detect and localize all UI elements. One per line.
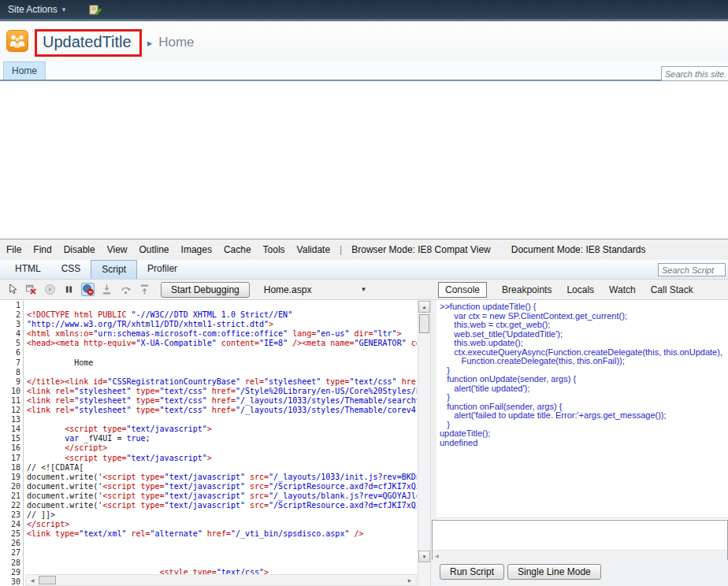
line-number: 29 — [0, 568, 20, 577]
menu-cache[interactable]: Cache — [224, 244, 251, 255]
code-line[interactable]: // <![CDATA[ — [27, 463, 417, 473]
code-lines: <!DOCTYPE html PUBLIC "-//W3C//DTD XHTML… — [27, 301, 417, 586]
breadcrumb-home[interactable]: Home — [158, 35, 194, 50]
code-line[interactable]: </script> — [27, 520, 417, 529]
site-actions-button[interactable]: Site Actions ▾ — [0, 0, 73, 19]
stop-debugging-icon[interactable] — [24, 283, 38, 296]
line-number: 23 — [0, 510, 20, 520]
line-number: 12 — [0, 406, 20, 415]
code-line[interactable]: document.write('<script type="text/javas… — [27, 482, 417, 491]
code-line[interactable] — [27, 368, 417, 377]
code-line[interactable] — [27, 301, 417, 310]
single-line-mode-button[interactable]: Single Line Mode — [507, 564, 601, 580]
code-line[interactable]: <head><meta http-equiv="X-UA-Compatible"… — [27, 339, 417, 348]
code-line[interactable] — [27, 539, 417, 548]
code-gutter: 1234567891011121314151617181920212223242… — [0, 301, 24, 586]
scroll-right-icon[interactable]: ▶ — [404, 575, 415, 585]
browser-mode-label[interactable]: Browser Mode: IE8 Compat View — [351, 244, 491, 255]
scrollbar-thumb[interactable] — [39, 576, 56, 584]
scroll-up-icon[interactable]: ▲ — [418, 301, 430, 313]
console-input[interactable] — [433, 521, 727, 550]
menu-images[interactable]: Images — [181, 244, 212, 255]
code-line[interactable]: <link rel="stylesheet" type="text/css" h… — [27, 396, 417, 406]
code-line[interactable]: <script type="text/javascript"> — [27, 454, 417, 463]
line-number: 24 — [0, 520, 20, 529]
developer-tools-panel: FileFindDisableViewOutlineImagesCacheToo… — [0, 239, 728, 586]
code-line[interactable]: <!DOCTYPE html PUBLIC "-//W3C//DTD XHTML… — [27, 310, 417, 320]
line-number: 14 — [0, 425, 20, 434]
menu-find[interactable]: Find — [33, 244, 51, 255]
code-line[interactable]: <link type="text/xml" rel="alternate" hr… — [27, 529, 417, 539]
tab-home[interactable]: Home — [3, 61, 46, 80]
menu-file[interactable]: File — [6, 244, 21, 255]
line-number: 4 — [0, 329, 20, 339]
code-line[interactable]: document.write('<script type="text/javas… — [27, 473, 417, 482]
file-selector-dropdown[interactable]: Home.aspx ▼ — [264, 284, 367, 295]
code-line[interactable]: <link rel="stylesheet" type="text/css" h… — [27, 406, 417, 415]
console-pane: >>function updateTitle() { var ctx = new… — [436, 300, 728, 586]
code-line[interactable]: Home — [27, 358, 417, 368]
line-number: 22 — [0, 501, 20, 510]
console-input-scrollbar[interactable]: ◀ — [433, 550, 727, 560]
line-number: 17 — [0, 454, 20, 463]
code-line[interactable]: <html xmlns:o="urn:schemas-microsoft-com… — [27, 329, 417, 339]
line-number: 13 — [0, 415, 20, 425]
run-script-button[interactable]: Run Script — [440, 564, 504, 580]
code-line[interactable] — [27, 415, 417, 425]
devtools-right-tabs: ConsoleBreakpointsLocalsWatchCall Stack — [438, 280, 693, 300]
break-on-error-icon[interactable] — [81, 283, 95, 296]
scroll-left-icon[interactable]: ◀ — [435, 553, 439, 558]
select-element-icon[interactable] — [6, 283, 19, 296]
scrollbar-thumb[interactable] — [419, 314, 429, 333]
step-out-icon[interactable] — [138, 283, 151, 296]
script-search-input[interactable] — [658, 263, 726, 276]
continue-icon[interactable] — [43, 283, 57, 296]
scroll-down-icon[interactable]: ▼ — [418, 551, 430, 562]
code-line[interactable]: </script> — [27, 443, 417, 453]
tab-call-stack[interactable]: Call Stack — [651, 284, 693, 295]
console-line: Function.createDelegate(this, this.onFai… — [440, 357, 728, 366]
site-logo-icon[interactable] — [6, 30, 28, 55]
code-line[interactable] — [27, 558, 417, 568]
line-number: 7 — [0, 358, 20, 368]
console-line: alert('title updated'); — [440, 384, 728, 394]
step-into-icon[interactable] — [100, 283, 113, 296]
tab-locals[interactable]: Locals — [566, 284, 594, 295]
menu-outline[interactable]: Outline — [139, 244, 169, 255]
menu-validate[interactable]: Validate — [297, 244, 330, 255]
tab-breakpoints[interactable]: Breakpoints — [502, 284, 552, 295]
code-line[interactable]: // ]]> — [27, 510, 417, 520]
tab-script[interactable]: Script — [91, 260, 137, 279]
code-line[interactable] — [27, 548, 417, 558]
code-line[interactable]: </title><link id="CSSRegistrationCountry… — [27, 377, 417, 387]
code-line[interactable]: document.write('<script type="text/javas… — [27, 491, 417, 501]
tab-html[interactable]: HTML — [5, 260, 51, 279]
edit-page-icon[interactable] — [89, 3, 102, 16]
code-line[interactable]: <script type="text/javascript"> — [27, 425, 417, 434]
site-search-input[interactable] — [661, 66, 728, 81]
chevron-down-icon: ▾ — [62, 6, 66, 13]
scroll-left-icon[interactable]: ◀ — [27, 575, 38, 585]
start-debugging-button[interactable]: Start Debugging — [161, 282, 250, 298]
tab-console[interactable]: Console — [438, 282, 487, 298]
site-title[interactable]: UpdatedTitle — [43, 33, 132, 50]
document-mode-label[interactable]: Document Mode: IE8 Standards — [511, 244, 646, 255]
line-number: 30 — [0, 577, 20, 586]
menu-tools[interactable]: Tools — [263, 244, 285, 255]
code-line[interactable]: document.write('<script type="text/javas… — [27, 501, 417, 510]
menu-view[interactable]: View — [107, 244, 128, 255]
pause-icon[interactable] — [62, 283, 76, 296]
code-line[interactable] — [27, 348, 417, 358]
step-over-icon[interactable] — [119, 283, 132, 296]
horizontal-scrollbar[interactable]: ◀ ▶ — [25, 574, 417, 586]
code-line[interactable]: "http://www.w3.org/TR/xhtml1/DTD/xhtml1-… — [27, 320, 417, 329]
tab-watch[interactable]: Watch — [609, 284, 636, 295]
line-number: 3 — [0, 320, 20, 329]
code-line[interactable]: <link rel="stylesheet" type="text/css" h… — [27, 387, 417, 396]
devtools-menubar-items: FileFindDisableViewOutlineImagesCacheToo… — [6, 244, 330, 255]
tab-css[interactable]: CSS — [51, 260, 91, 279]
menu-disable[interactable]: Disable — [64, 244, 95, 255]
vertical-scrollbar[interactable]: ▲ ▼ — [418, 300, 430, 586]
code-line[interactable]: var _fV4UI = true; — [27, 434, 417, 443]
tab-profiler[interactable]: Profiler — [137, 260, 188, 279]
